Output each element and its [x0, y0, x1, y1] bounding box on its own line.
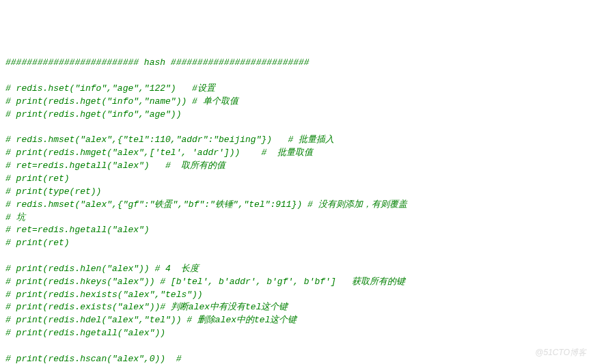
code-line: # print(redis.hkeys("alex")) # [b'tel', … [5, 276, 588, 289]
code-line: # redis.hset("info","age","122") #设置 [5, 83, 588, 96]
comment-text: # redis.hset("info","age","122") #设置 [5, 83, 215, 94]
comment-text: # ret=redis.hgetall("alex") [5, 225, 150, 235]
code-line [5, 70, 588, 83]
comment-text: # print(redis.hlen("alex")) # 4 长度 [5, 264, 199, 274]
code-line: # print(redis.hgetall("alex")) [5, 327, 588, 340]
code-line: # print(redis.exists("alex"))# 判断alex中有没… [5, 301, 588, 314]
code-line: # print(redis.hexists("alex","tels")) [5, 289, 588, 302]
code-line: # redis.hmset("alex",{"tel":110,"addr":"… [5, 134, 588, 147]
code-line: # print(ret) [5, 173, 588, 186]
comment-text: # print(ret) [5, 173, 70, 184]
comment-text: # print(redis.hmget("alex",['tel', 'addr… [5, 148, 313, 158]
comment-text: # redis.hmset("alex",{"tel":110,"addr":"… [5, 135, 334, 145]
comment-text: # 坑 [5, 212, 25, 223]
code-line: # print(redis.hlen("alex")) # 4 长度 [5, 263, 588, 276]
comment-text: # print(redis.hgetall("alex")) [5, 328, 165, 338]
code-line: # print(redis.hdel("alex","tel")) # 删除al… [5, 314, 588, 327]
code-line [5, 250, 588, 263]
code-line: # print(redis.hget("info","name")) # 单个取… [5, 96, 588, 109]
code-line: # ret=redis.hgetall("alex") # 取所有的值 [5, 160, 588, 173]
comment-text: # print(redis.hkeys("alex")) # [b'tel', … [5, 277, 405, 287]
code-line: # redis.hmset("alex",{"gf":"铁蛋","bf":"铁锤… [5, 199, 588, 212]
comment-text: # print(redis.hscan("alex",0)) # [5, 354, 181, 364]
comment-text: # redis.hmset("alex",{"gf":"铁蛋","bf":"铁锤… [5, 199, 407, 210]
comment-text: # print(type(ret)) [5, 186, 101, 197]
comment-text: # print(redis.hexists("alex","tels")) [5, 290, 203, 300]
code-line: ######################### hash #########… [5, 57, 588, 70]
code-line [5, 122, 588, 135]
comment-text: # print(redis.hdel("alex","tel")) # 删除al… [5, 315, 296, 325]
comment-text: # print(redis.hget("info","age")) [5, 109, 181, 120]
code-line [5, 340, 588, 353]
comment-text: # print(ret) [5, 238, 70, 248]
comment-text: # ret=redis.hgetall("alex") # 取所有的值 [5, 160, 225, 171]
code-line: # print(redis.hget("info","age")) [5, 109, 588, 122]
code-line: # print(ret) [5, 237, 588, 250]
comment-text: # print(redis.exists("alex"))# 判断alex中有没… [5, 302, 288, 312]
code-line: # print(redis.hscan("alex",0)) # [5, 353, 588, 364]
code-line: # print(redis.hmget("alex",['tel', 'addr… [5, 147, 588, 160]
code-line: # 坑 [5, 212, 588, 225]
code-block: ######################### hash #########… [5, 57, 588, 364]
comment-text: ######################### hash #########… [5, 57, 309, 68]
comment-text: # print(redis.hget("info","name")) # 单个取… [5, 96, 238, 107]
code-line: # print(type(ret)) [5, 186, 588, 199]
code-line: # ret=redis.hgetall("alex") [5, 224, 588, 237]
